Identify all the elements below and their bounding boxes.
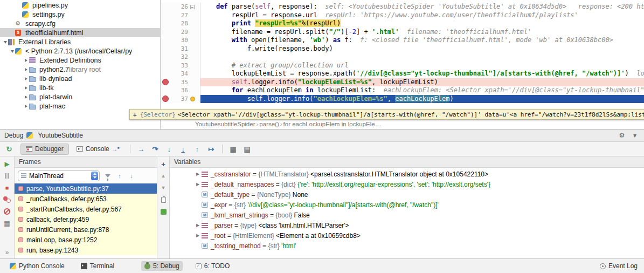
code-line-29[interactable]: 29 filename = respUrl.split("/")[-2] + '… (161, 28, 644, 37)
more-actions-icon[interactable]: » (3, 249, 11, 256)
variable-type: {str} (234, 201, 246, 209)
run-to-cursor-icon[interactable]: ↦ (205, 144, 217, 154)
restore-layout-icon[interactable]: ▦ (3, 220, 11, 227)
statusbar-item-python-console[interactable]: Python Console (6, 261, 68, 271)
frame-row[interactable]: parse, YoutubeSubtitle.py:37 (15, 183, 157, 194)
tree-item[interactable]: < Python 2.7.13 (/usr/local/Cellar/py (0, 46, 160, 56)
previous-frame-icon[interactable]: ↑ (116, 173, 123, 179)
variable-row[interactable]: ▶_parser = {type} <class 'lxml.html.HTML… (170, 220, 644, 230)
code-line-27[interactable]: 27 respUrl = response.url respUrl: 'http… (161, 11, 644, 20)
expand-arrow-icon[interactable]: ▶ (194, 182, 202, 187)
variable-row[interactable]: M_lxml_smart_strings = {bool} False (170, 210, 644, 220)
tree-item[interactable]: 5theofficialhumf.html (0, 28, 160, 37)
tree-arrow-icon[interactable] (23, 68, 29, 71)
tree-arrow-icon[interactable] (2, 40, 8, 44)
tree-item[interactable]: lib-tk (0, 83, 160, 92)
variable-row[interactable]: ▶_default_namespaces = {dict} {'re': 'ht… (170, 179, 644, 189)
move-up-icon[interactable]: ▲ (160, 173, 167, 179)
breadcrumb-item[interactable]: YoutubesubtitleSpider (195, 121, 255, 127)
settings-gear-icon[interactable]: ⚙ (617, 132, 627, 139)
tree-arrow-icon[interactable] (23, 77, 29, 80)
variable-row[interactable]: M_expr = {str} '//div[@class="yt-lockup-… (170, 200, 644, 210)
tab-console[interactable]: Console →* (71, 144, 125, 155)
colors-icon[interactable] (160, 208, 167, 215)
variable-row[interactable]: M_tostring_method = {str} 'html' (170, 241, 644, 251)
tree-item[interactable]: lib-dynload (0, 74, 160, 83)
pause-program-icon[interactable] (3, 172, 11, 179)
code-line-30[interactable]: 30 with open(filename, 'wb') as f: f: <c… (161, 36, 644, 45)
code-line-text: filename = respUrl.split("/")[-2] + '.ht… (200, 28, 644, 37)
table-view-icon[interactable]: ▤ (241, 144, 253, 154)
code-line-26[interactable]: 26 def parse(self, response): self: <You… (161, 3, 644, 11)
rerun-icon[interactable]: ↻ (3, 144, 15, 154)
code-line-37[interactable]: 37 self.logger.info("eachLockupElem=%s",… (161, 95, 644, 104)
add-watch-icon[interactable]: + (160, 161, 167, 167)
fold-icon[interactable] (190, 5, 195, 9)
code-line-34[interactable]: 34 lockupElemList = response.xpath('//di… (161, 70, 644, 78)
tree-arrow-icon[interactable] (9, 49, 15, 53)
variable-row[interactable]: ▶_csstranslator = {HTMLTranslator} <pars… (170, 169, 644, 179)
evaluate-expression-icon[interactable]: ▦ (227, 144, 239, 154)
expand-arrow-icon[interactable]: ▶ (194, 223, 202, 228)
frame-row[interactable]: mainLoop, base.py:1252 (15, 235, 157, 245)
step-out-icon[interactable]: ↑ (191, 144, 203, 154)
statusbar-item-todo[interactable]: 6: TODO (192, 261, 233, 271)
expand-arrow-icon[interactable]: ▶ (194, 233, 202, 238)
frame-label: run, base.py:1243 (26, 247, 78, 254)
statusbar-item-label: 6: TODO (204, 262, 230, 270)
breadcrumb-item[interactable]: for eachLockupElem in lockupEle… (283, 121, 382, 127)
statusbar-item-debug[interactable]: 5: Debug (141, 261, 183, 271)
frame-row[interactable]: callback, defer.py:459 (15, 214, 157, 224)
expand-arrow-icon[interactable]: ▶ (194, 172, 202, 176)
breakpoint-icon[interactable] (161, 79, 170, 85)
code-line-33[interactable]: 33 # extract group/collection url (161, 62, 644, 70)
variable-row[interactable]: M_default_type = {NoneType} None (170, 189, 644, 200)
variable-row[interactable]: ▶_root = {HtmlElement} <Element a at 0x1… (170, 230, 644, 241)
frame-row[interactable]: run, base.py:1243 (15, 245, 157, 255)
show-execution-point-icon[interactable]: → (135, 144, 147, 154)
tree-item[interactable]: python2.7 library root (0, 65, 160, 74)
step-into-my-code-icon[interactable]: ↓ (177, 144, 189, 154)
thread-selector-dropdown[interactable]: MainThread (18, 170, 100, 181)
code-line-31[interactable]: 31 f.write(response.body) (161, 45, 644, 53)
frame-row[interactable]: _startRunCallbacks, defer.py:567 (15, 204, 157, 214)
hide-library-frames-icon[interactable] (104, 174, 112, 178)
resume-program-icon[interactable]: ▶ (3, 160, 11, 167)
view-breakpoints-icon[interactable] (3, 196, 11, 203)
copy-icon[interactable] (160, 196, 167, 203)
next-frame-icon[interactable]: ↓ (128, 173, 135, 179)
tree-arrow-icon[interactable] (23, 86, 29, 90)
code-line-35[interactable]: 35 self.logger.info("lockupElemList=%s",… (161, 78, 644, 87)
tab-debugger[interactable]: Debugger (20, 144, 69, 155)
tree-arrow-icon[interactable] (23, 105, 29, 108)
code-line-36[interactable]: 36 for eachLockupElem in lockupElemList:… (161, 86, 644, 95)
hide-panel-icon[interactable]: ▾ (630, 132, 640, 139)
statusbar-item-terminal[interactable]: Terminal (78, 261, 117, 271)
tree-item[interactable]: ⚙scrapy.cfg (0, 19, 160, 28)
step-into-icon[interactable]: ↓ (163, 144, 175, 154)
event-log-button[interactable]: Event Log (600, 262, 638, 270)
code-line-text: for eachLockupElem in lockupElemList: ea… (200, 86, 644, 95)
breadcrumb-item[interactable]: parse() (259, 121, 279, 127)
definitions-icon (29, 57, 36, 63)
frame-row[interactable]: runUntilCurrent, base.py:878 (15, 224, 157, 235)
variable-type: {str} (268, 242, 279, 250)
frame-row[interactable]: _runCallbacks, defer.py:653 (15, 194, 157, 204)
tree-item[interactable]: External Libraries (0, 37, 160, 46)
mute-breakpoints-icon[interactable] (3, 208, 11, 215)
tree-arrow-icon[interactable] (23, 59, 29, 62)
equals-sign: = (227, 201, 234, 209)
tree-item[interactable]: settings.py (0, 10, 160, 19)
tree-item[interactable]: Extended Definitions (0, 56, 160, 65)
intention-bulb-icon[interactable] (190, 97, 195, 101)
stop-icon[interactable]: ■ (3, 184, 11, 191)
tree-item[interactable]: plat-darwin (0, 92, 160, 101)
breakpoint-icon[interactable] (161, 95, 170, 102)
step-over-icon[interactable]: ↷ (149, 144, 161, 154)
tree-arrow-icon[interactable] (23, 95, 29, 99)
move-down-icon[interactable]: ▼ (160, 185, 167, 191)
variable-name: _parser (211, 222, 233, 229)
code-line-32[interactable]: 32 (161, 53, 644, 62)
tree-item[interactable]: pipelines.py (0, 1, 160, 10)
code-line-28[interactable]: 28 print "respUrl=%s"%(respUrl) (161, 19, 644, 28)
